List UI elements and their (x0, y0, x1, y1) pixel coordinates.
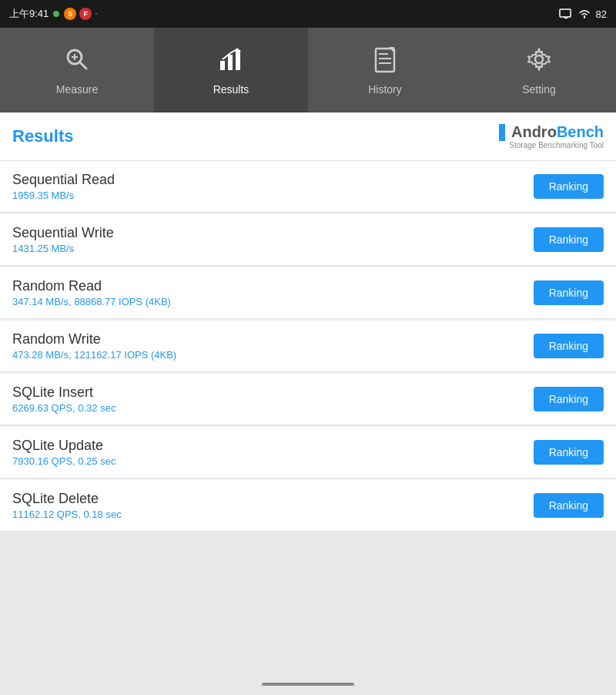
benchmark-info: Random Write473.28 MB/s, 121162.17 IOPS … (12, 331, 176, 361)
benchmark-info: Sequential Write1431.25 MB/s (12, 225, 114, 254)
benchmark-list: Sequential Read1959.35 MB/sRankingSequen… (0, 161, 616, 532)
wifi-icon (578, 8, 591, 19)
tab-results[interactable]: Results (154, 28, 308, 112)
ranking-button[interactable]: Ranking (534, 334, 604, 358)
setting-icon (525, 45, 553, 77)
benchmark-row: Sequential Write1431.25 MB/sRanking (0, 214, 616, 266)
history-icon (371, 45, 399, 77)
benchmark-info: SQLite Delete11162.12 QPS, 0.18 sec (12, 491, 122, 520)
tab-measure[interactable]: Measure (0, 28, 154, 112)
benchmark-info: SQLite Insert6269.63 QPS, 0.32 sec (12, 384, 116, 414)
results-header: Results AndroBench Storage Benchmarking … (0, 112, 616, 161)
brand-name: AndroBench (511, 123, 604, 141)
status-dot2: · (95, 8, 97, 20)
ranking-button[interactable]: Ranking (534, 493, 604, 518)
app-icons: S F · (64, 8, 97, 20)
tab-results-label: Results (213, 83, 249, 96)
benchmark-value: 347.14 MB/s, 88868.77 IOPS (4KB) (12, 296, 171, 307)
ranking-button[interactable]: Ranking (534, 440, 604, 465)
ranking-button[interactable]: Ranking (534, 174, 604, 199)
ranking-button[interactable]: Ranking (534, 280, 604, 305)
svg-rect-8 (228, 55, 233, 70)
benchmark-row: SQLite Update7930.16 QPS, 0.25 secRankin… (0, 427, 616, 478)
benchmark-info: SQLite Update7930.16 QPS, 0.25 sec (12, 438, 116, 467)
tab-setting[interactable]: Setting (462, 28, 616, 112)
benchmark-info: Sequential Read1959.35 MB/s (12, 172, 115, 201)
benchmark-name: Random Read (12, 278, 171, 294)
svg-rect-9 (236, 50, 240, 70)
benchmark-value: 473.28 MB/s, 121162.17 IOPS (4KB) (12, 349, 176, 361)
benchmark-value: 1431.25 MB/s (12, 243, 114, 254)
screen-icon (559, 8, 573, 19)
ranking-button[interactable]: Ranking (534, 227, 604, 252)
benchmark-value: 11162.12 QPS, 0.18 sec (12, 509, 122, 520)
benchmark-row: SQLite Delete11162.12 QPS, 0.18 secRanki… (0, 480, 616, 532)
tab-history-label: History (368, 83, 402, 96)
benchmark-row: Random Read347.14 MB/s, 88868.77 IOPS (4… (0, 267, 616, 319)
benchmark-name: Random Write (12, 331, 176, 348)
benchmark-row: SQLite Insert6269.63 QPS, 0.32 secRankin… (0, 374, 616, 425)
svg-point-15 (535, 55, 543, 63)
benchmark-name: SQLite Insert (12, 384, 116, 401)
battery-level: 82 (596, 8, 607, 20)
status-time: 上午9:41 (9, 7, 49, 21)
ranking-button[interactable]: Ranking (534, 387, 604, 411)
svg-rect-11 (376, 49, 394, 72)
tab-measure-label: Measure (56, 83, 98, 96)
status-left: 上午9:41 S F · (9, 7, 98, 21)
main-content: Results AndroBench Storage Benchmarking … (0, 112, 616, 532)
benchmark-info: Random Read347.14 MB/s, 88868.77 IOPS (4… (12, 278, 171, 307)
brand-area: AndroBench Storage Benchmarking Tool (499, 123, 604, 149)
status-bar: 上午9:41 S F · 82 (0, 0, 616, 28)
tab-history[interactable]: History (308, 28, 462, 112)
status-right: 82 (559, 8, 607, 20)
svg-line-4 (80, 62, 86, 69)
status-dot (53, 11, 59, 17)
benchmark-row: Random Write473.28 MB/s, 121162.17 IOPS … (0, 321, 616, 372)
nav-tabs: Measure Results History (0, 28, 616, 112)
svg-rect-0 (560, 9, 571, 17)
brand-bench: Bench (557, 123, 604, 141)
results-icon (217, 45, 245, 77)
benchmark-name: SQLite Delete (12, 491, 122, 507)
brand-subtitle: Storage Benchmarking Tool (509, 141, 604, 149)
app-icon-2: F (79, 8, 92, 20)
bottom-indicator (262, 683, 354, 686)
benchmark-value: 1959.35 MB/s (12, 190, 115, 201)
benchmark-name: Sequential Read (12, 172, 115, 188)
benchmark-row: Sequential Read1959.35 MB/sRanking (0, 161, 616, 213)
brand-andro: Andro (511, 123, 557, 141)
benchmark-value: 7930.16 QPS, 0.25 sec (12, 455, 116, 467)
tab-setting-label: Setting (522, 83, 556, 96)
svg-rect-7 (220, 61, 225, 70)
measure-icon (63, 45, 91, 77)
benchmark-name: Sequential Write (12, 225, 114, 241)
benchmark-name: SQLite Update (12, 438, 116, 454)
results-title: Results (12, 126, 73, 146)
app-icon-1: S (64, 8, 76, 20)
benchmark-value: 6269.63 QPS, 0.32 sec (12, 402, 116, 414)
brand-indicator (499, 124, 505, 141)
